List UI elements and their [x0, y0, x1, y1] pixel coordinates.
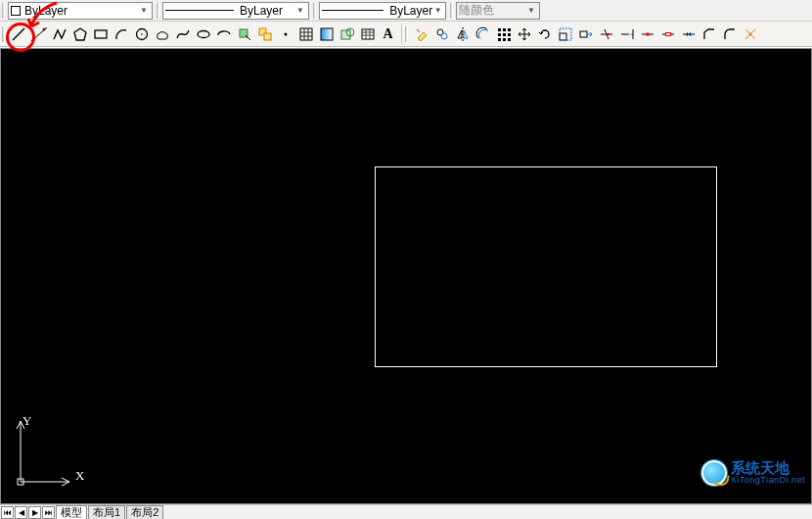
grip[interactable]: [157, 3, 159, 19]
chevron-down-icon: ▼: [432, 6, 443, 15]
linetype-preview: [165, 10, 234, 11]
svg-marker-4: [74, 28, 86, 40]
revision-cloud-tool[interactable]: [152, 24, 172, 45]
grip[interactable]: [450, 3, 453, 19]
watermark: 系统天地 XiTongTianDi.net: [701, 460, 805, 486]
break-tool[interactable]: [657, 24, 678, 45]
region-icon: [339, 26, 355, 42]
svg-rect-23: [498, 33, 501, 36]
explode-tool[interactable]: [740, 24, 760, 45]
lineweight-combo[interactable]: ByLayer ▼: [319, 2, 446, 20]
tab-model[interactable]: 模型: [56, 505, 87, 519]
table-tool[interactable]: [357, 24, 378, 45]
chamfer-icon: [701, 26, 717, 42]
cloud-icon: [155, 26, 170, 42]
trim-tool[interactable]: [596, 24, 616, 45]
scale-tool[interactable]: [555, 24, 575, 45]
watermark-cn: 系统天地: [731, 461, 805, 475]
grip[interactable]: [405, 26, 408, 42]
ellipse-icon: [196, 26, 211, 42]
move-icon: [517, 26, 532, 42]
drawing-canvas[interactable]: Y X 系统天地 XiTongTianDi.net: [0, 48, 812, 504]
point-tool[interactable]: [275, 24, 295, 45]
tab-last-button[interactable]: ⏭: [42, 506, 55, 519]
ucs-y-label: Y: [23, 413, 31, 429]
polygon-tool[interactable]: [69, 24, 90, 45]
join-icon: [681, 26, 697, 42]
linetype-combo[interactable]: ByLayer ▼: [162, 2, 309, 20]
svg-rect-24: [503, 33, 506, 36]
region-tool[interactable]: [337, 24, 357, 45]
trim-icon: [599, 26, 614, 42]
grip[interactable]: [2, 26, 5, 42]
ucs-x-label: X: [75, 468, 84, 484]
polyline-tool[interactable]: [49, 24, 69, 45]
svg-point-34: [748, 32, 751, 35]
tab-layout2[interactable]: 布局2: [126, 505, 163, 519]
tab-first-button[interactable]: ⏮: [1, 506, 14, 519]
spline-icon: [175, 26, 191, 42]
erase-tool[interactable]: [411, 24, 431, 45]
copy-tool[interactable]: [431, 24, 452, 45]
array-icon: [496, 26, 512, 42]
arc-tool[interactable]: [111, 24, 131, 45]
svg-point-7: [141, 33, 143, 35]
circle-tool[interactable]: [131, 24, 152, 45]
grip[interactable]: [2, 3, 5, 19]
svg-point-19: [441, 33, 447, 39]
svg-rect-17: [362, 29, 374, 39]
rectangle-tool[interactable]: [90, 24, 111, 45]
hatch-icon: [298, 26, 314, 42]
make-block-icon: [257, 26, 273, 42]
lineweight-preview: [322, 10, 383, 11]
join-tool[interactable]: [678, 24, 699, 45]
offset-tool[interactable]: [473, 24, 493, 45]
ellipse-arc-icon: [216, 26, 232, 42]
plotstyle-combo[interactable]: 随颜色 ▼: [456, 2, 540, 20]
plotstyle-combo-text: 随颜色: [459, 2, 494, 19]
svg-rect-25: [508, 33, 511, 36]
erase-icon: [414, 26, 429, 42]
drawn-rectangle[interactable]: [375, 166, 717, 367]
insert-block-tool[interactable]: [234, 24, 254, 45]
stretch-tool[interactable]: [575, 24, 596, 45]
mirror-tool[interactable]: [452, 24, 473, 45]
rotate-tool[interactable]: [534, 24, 555, 45]
tab-next-button[interactable]: ▶: [28, 506, 41, 519]
copy-icon: [434, 26, 450, 42]
svg-rect-5: [95, 30, 107, 38]
gradient-tool[interactable]: [316, 24, 337, 45]
tab-prev-button[interactable]: ◀: [15, 506, 27, 519]
svg-rect-31: [580, 31, 587, 37]
chamfer-tool[interactable]: [699, 24, 719, 45]
ellipse-arc-tool[interactable]: [213, 24, 234, 45]
svg-rect-30: [560, 28, 571, 40]
watermark-en: XiTongTianDi.net: [731, 475, 805, 485]
ellipse-tool[interactable]: [193, 24, 213, 45]
break-at-point-tool[interactable]: [637, 24, 657, 45]
svg-rect-11: [264, 33, 271, 40]
layer-color-swatch: [11, 6, 21, 16]
array-tool[interactable]: [493, 24, 514, 45]
move-tool[interactable]: [514, 24, 534, 45]
hatch-tool[interactable]: [295, 24, 316, 45]
svg-line-0: [13, 28, 24, 40]
spline-tool[interactable]: [172, 24, 193, 45]
toolbar-separator: [401, 24, 402, 44]
toolbar-row: A: [0, 22, 812, 47]
text-tool[interactable]: A: [378, 24, 398, 45]
grip[interactable]: [313, 3, 316, 19]
make-block-tool[interactable]: [254, 24, 275, 45]
arc-icon: [113, 26, 129, 42]
svg-rect-14: [321, 28, 333, 40]
extend-tool[interactable]: [616, 24, 637, 45]
fillet-tool[interactable]: [719, 24, 740, 45]
line-tool[interactable]: [8, 24, 28, 45]
circle-icon: [134, 26, 150, 42]
construction-line-tool[interactable]: [28, 24, 49, 45]
svg-rect-28: [508, 38, 511, 41]
stretch-icon: [578, 26, 594, 42]
layer-combo[interactable]: ByLayer ▼: [8, 2, 153, 20]
svg-rect-33: [665, 32, 670, 35]
tab-layout1[interactable]: 布局1: [88, 505, 125, 519]
